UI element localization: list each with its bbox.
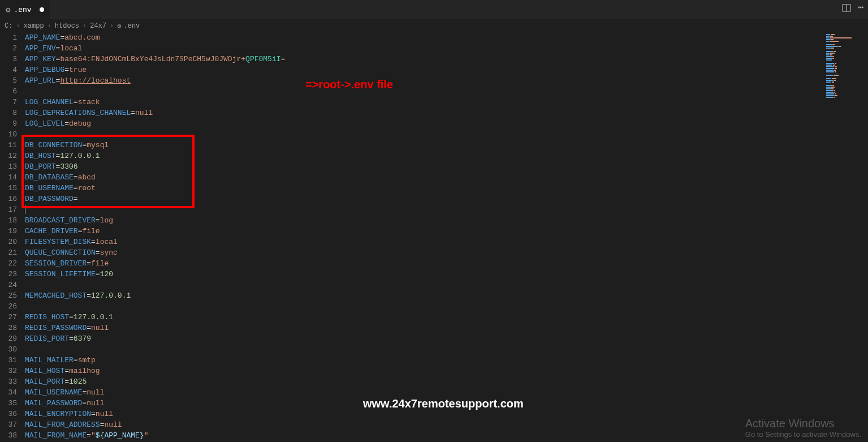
line-number: 2 xyxy=(0,43,17,54)
gear-icon: ⚙ xyxy=(6,5,10,15)
line-number: 25 xyxy=(0,290,17,301)
code-line[interactable]: APP_KEY=base64:FNJdONCmLBxYe4JsLdn7SPeCH… xyxy=(25,54,868,65)
code-line[interactable]: DB_PORT=3306 xyxy=(25,161,868,172)
line-number: 4 xyxy=(0,65,17,75)
code-line[interactable]: SESSION_LIFETIME=120 xyxy=(25,269,868,280)
breadcrumb-segment[interactable]: C: xyxy=(5,22,12,30)
line-number: 22 xyxy=(0,258,17,269)
code-line[interactable]: MAIL_FROM_ADDRESS=null xyxy=(25,419,868,430)
line-number: 37 xyxy=(0,419,17,430)
line-number: 28 xyxy=(0,323,17,333)
code-line[interactable] xyxy=(25,86,868,97)
code-line[interactable]: CACHE_DRIVER=file xyxy=(25,226,868,237)
line-number: 7 xyxy=(0,97,17,108)
code-line[interactable]: LOG_DEPRECATIONS_CHANNEL=null xyxy=(25,108,868,118)
split-editor-icon[interactable] xyxy=(842,3,851,15)
code-line[interactable]: LOG_CHANNEL=stack xyxy=(25,97,868,108)
code-line[interactable] xyxy=(25,129,868,140)
modified-indicator-icon xyxy=(40,7,44,12)
line-number: 17 xyxy=(0,204,17,215)
code-line[interactable]: REDIS_PASSWORD=null xyxy=(25,323,868,333)
line-number: 14 xyxy=(0,172,17,183)
activate-windows-subtitle: Go to Settings to activate Windows. xyxy=(745,430,861,439)
code-line[interactable]: DB_CONNECTION=mysql xyxy=(25,140,868,151)
line-number: 24 xyxy=(0,280,17,290)
code-line[interactable]: MAIL_MAILER=smtp xyxy=(25,355,868,366)
tab-bar: ⚙ .env ⋯ xyxy=(0,0,868,20)
breadcrumb-segment[interactable]: .env xyxy=(124,22,140,30)
editor[interactable]: 1234567891011121314151617181920212223242… xyxy=(0,32,868,442)
gear-icon: ⚙ xyxy=(117,22,121,31)
code-line[interactable]: MAIL_USERNAME=null xyxy=(25,387,868,398)
line-number: 19 xyxy=(0,226,17,237)
line-number: 13 xyxy=(0,161,17,172)
more-actions-icon[interactable]: ⋯ xyxy=(858,3,863,15)
line-number: 21 xyxy=(0,247,17,258)
line-number: 6 xyxy=(0,86,17,97)
line-number: 8 xyxy=(0,108,17,118)
tab-filename: .env xyxy=(14,6,31,14)
code-line[interactable]: MAIL_PORT=1025 xyxy=(25,376,868,387)
code-line[interactable]: MEMCACHED_HOST=127.0.0.1 xyxy=(25,290,868,301)
code-line[interactable]: DB_DATABASE=abcd xyxy=(25,172,868,183)
line-number: 3 xyxy=(0,54,17,65)
watermark-text: www.24x7remotesupport.com xyxy=(363,397,524,410)
line-number: 10 xyxy=(0,129,17,140)
line-number: 31 xyxy=(0,355,17,366)
code-line[interactable]: DB_USERNAME=root xyxy=(25,183,868,194)
line-number: 5 xyxy=(0,75,17,86)
code-line[interactable] xyxy=(25,301,868,312)
line-number: 26 xyxy=(0,301,17,312)
line-number: 9 xyxy=(0,118,17,129)
line-number: 18 xyxy=(0,215,17,226)
code-line[interactable]: APP_NAME=abcd.com xyxy=(25,32,868,43)
line-number: 12 xyxy=(0,151,17,161)
text-cursor xyxy=(25,205,25,214)
activate-windows-title: Activate Windows xyxy=(745,417,861,430)
annotation-label: =>root->.env file xyxy=(305,78,393,91)
line-number: 1 xyxy=(0,32,17,43)
code-line[interactable]: DB_HOST=127.0.0.1 xyxy=(25,151,868,161)
line-number: 36 xyxy=(0,409,17,419)
code-line[interactable]: REDIS_HOST=127.0.0.1 xyxy=(25,312,868,323)
line-number: 33 xyxy=(0,376,17,387)
minimap[interactable] xyxy=(826,34,866,96)
line-number: 27 xyxy=(0,312,17,323)
line-number: 29 xyxy=(0,333,17,344)
breadcrumb-segment[interactable]: xampp xyxy=(24,22,44,30)
code-line[interactable]: FILESYSTEM_DISK=local xyxy=(25,237,868,247)
code-line[interactable]: SESSION_DRIVER=file xyxy=(25,258,868,269)
code-line[interactable]: APP_ENV=local xyxy=(25,43,868,54)
line-number: 16 xyxy=(0,194,17,204)
code-line[interactable] xyxy=(25,280,868,290)
line-number: 15 xyxy=(0,183,17,194)
code-line[interactable] xyxy=(25,344,868,355)
line-number: 38 xyxy=(0,430,17,441)
code-line[interactable] xyxy=(25,204,868,215)
code-line[interactable]: APP_DEBUG=true xyxy=(25,65,868,75)
code-line[interactable]: APP_URL=http://localhost xyxy=(25,75,868,86)
line-number: 34 xyxy=(0,387,17,398)
line-number: 11 xyxy=(0,140,17,151)
code-line[interactable]: QUEUE_CONNECTION=sync xyxy=(25,247,868,258)
code-area[interactable]: APP_NAME=abcd.comAPP_ENV=localAPP_KEY=ba… xyxy=(25,32,868,442)
line-number: 23 xyxy=(0,269,17,280)
breadcrumb-segment[interactable]: 24x7 xyxy=(90,22,106,30)
line-number: 35 xyxy=(0,398,17,409)
breadcrumb[interactable]: C:› xampp› htdocs› 24x7› ⚙ .env xyxy=(0,20,868,32)
line-number: 30 xyxy=(0,344,17,355)
code-line[interactable]: REDIS_PORT=6379 xyxy=(25,333,868,344)
line-number: 20 xyxy=(0,237,17,247)
code-line[interactable]: MAIL_HOST=mailhog xyxy=(25,366,868,376)
line-number-gutter: 1234567891011121314151617181920212223242… xyxy=(0,32,25,442)
code-line[interactable]: DB_PASSWORD= xyxy=(25,194,868,204)
code-line[interactable]: BROADCAST_DRIVER=log xyxy=(25,215,868,226)
breadcrumb-segment[interactable]: htdocs xyxy=(55,22,79,30)
code-line[interactable]: LOG_LEVEL=debug xyxy=(25,118,868,129)
activate-windows-overlay: Activate Windows Go to Settings to activ… xyxy=(745,417,861,439)
line-number: 32 xyxy=(0,366,17,376)
tab-env[interactable]: ⚙ .env xyxy=(0,0,50,20)
code-line[interactable]: MAIL_FROM_NAME="${APP_NAME}" xyxy=(25,430,868,441)
